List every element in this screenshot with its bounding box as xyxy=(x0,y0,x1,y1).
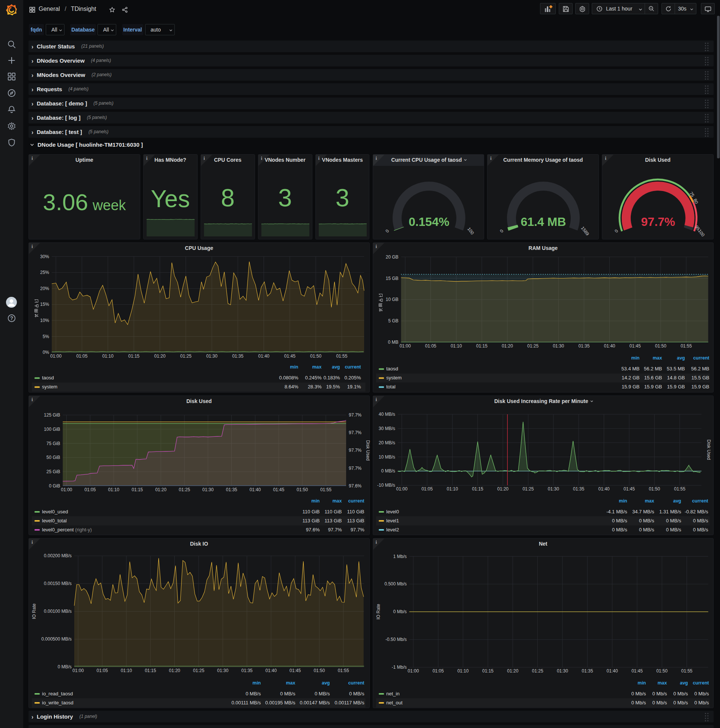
svg-text:min: min xyxy=(311,499,319,503)
svg-text:max: max xyxy=(657,681,667,685)
svg-text:97.7%: 97.7% xyxy=(641,215,675,228)
svg-text:01:05: 01:05 xyxy=(421,486,432,492)
svg-text:01:50: 01:50 xyxy=(656,668,668,674)
svg-text:97.6%: 97.6% xyxy=(349,483,362,488)
svg-text:current: current xyxy=(348,499,365,503)
svg-text:01:45: 01:45 xyxy=(631,668,642,674)
svg-text:56.2 MB: 56.2 MB xyxy=(691,366,709,372)
svg-text:current: current xyxy=(345,365,361,370)
svg-text:100: 100 xyxy=(466,227,475,236)
svg-text:01:40: 01:40 xyxy=(606,668,618,674)
svg-text:01:00: 01:00 xyxy=(61,487,72,492)
svg-text:0 MB/s: 0 MB/s xyxy=(639,518,654,523)
svg-text:20%: 20% xyxy=(40,286,49,291)
svg-text:01:20: 01:20 xyxy=(501,343,513,349)
svg-text:0 MB/s: 0 MB/s xyxy=(381,468,395,474)
svg-text:level0_percent (right-y): level0_percent (right-y) xyxy=(42,527,92,532)
svg-text:01:25: 01:25 xyxy=(179,487,190,492)
svg-text:01:10: 01:10 xyxy=(121,668,132,673)
svg-text:01:30: 01:30 xyxy=(548,486,559,492)
svg-text:0.0808%: 0.0808% xyxy=(279,375,299,381)
svg-text:113 GiB: 113 GiB xyxy=(302,518,319,523)
svg-text:-10 MB/s: -10 MB/s xyxy=(377,483,395,488)
svg-text:0 Mb/s: 0 Mb/s xyxy=(652,691,667,696)
svg-text:level1: level1 xyxy=(386,518,399,523)
svg-text:15.6 GB: 15.6 GB xyxy=(644,375,662,381)
svg-text:min: min xyxy=(619,499,627,503)
svg-text:0 Mb/s: 0 Mb/s xyxy=(694,700,709,705)
svg-text:max: max xyxy=(645,499,654,503)
svg-text:01:25: 01:25 xyxy=(193,668,204,673)
svg-text:0 Mb/s: 0 Mb/s xyxy=(631,691,646,696)
svg-text:taosd: taosd xyxy=(42,375,54,381)
svg-text:15.5 GB: 15.5 GB xyxy=(691,375,709,381)
svg-text:min: min xyxy=(638,681,646,685)
svg-text:125 GiB: 125 GiB xyxy=(44,412,60,418)
svg-text:1 Mb/s: 1 Mb/s xyxy=(393,554,406,559)
svg-text:01:40: 01:40 xyxy=(258,353,269,359)
svg-text:01:10: 01:10 xyxy=(457,668,468,674)
svg-text:19.5%: 19.5% xyxy=(326,384,340,390)
svg-text:10 GB: 10 GB xyxy=(386,297,398,303)
svg-text:110 GiB: 110 GiB xyxy=(324,509,342,514)
svg-text:75 GiB: 75 GiB xyxy=(46,440,60,446)
svg-text:0.00111 MB/s: 0.00111 MB/s xyxy=(231,700,261,705)
svg-text:level0_total: level0_total xyxy=(42,518,67,523)
svg-text:30 MB/s: 30 MB/s xyxy=(378,426,395,431)
svg-text:0 MB/s: 0 MB/s xyxy=(693,527,708,532)
svg-text:net_out: net_out xyxy=(386,700,403,705)
svg-text:-0.82 MB/s: -0.82 MB/s xyxy=(684,509,708,514)
svg-text:01:20: 01:20 xyxy=(507,668,518,674)
svg-text:01:00: 01:00 xyxy=(396,486,407,492)
svg-text:25%: 25% xyxy=(40,270,49,275)
svg-text:0 MB/s: 0 MB/s xyxy=(315,691,330,696)
svg-text:01:45: 01:45 xyxy=(623,486,635,492)
svg-text:50 GiB: 50 GiB xyxy=(46,455,60,460)
svg-text:01:25: 01:25 xyxy=(527,343,538,349)
svg-text:01:00: 01:00 xyxy=(50,353,61,359)
svg-text:95100: 95100 xyxy=(694,225,706,237)
svg-text:19.1%: 19.1% xyxy=(347,384,361,390)
svg-text:0.500 Mb/s: 0.500 Mb/s xyxy=(384,581,406,587)
svg-text:0%: 0% xyxy=(43,350,49,355)
svg-text:Disk Used: Disk Used xyxy=(365,440,370,461)
svg-text:-4.1 MB/s: -4.1 MB/s xyxy=(606,509,627,514)
svg-text:max: max xyxy=(653,356,662,361)
svg-text:0 MB/s: 0 MB/s xyxy=(666,518,681,523)
svg-text:5 GB: 5 GB xyxy=(388,318,398,324)
svg-text:level0_used: level0_used xyxy=(42,509,68,514)
svg-text:110 GiB: 110 GiB xyxy=(302,509,319,514)
svg-text:0 Mb/s: 0 Mb/s xyxy=(673,691,688,696)
svg-text:max: max xyxy=(332,499,342,503)
svg-text:10%: 10% xyxy=(40,318,49,323)
svg-text:0 MB/s: 0 MB/s xyxy=(612,527,627,532)
svg-text:01:05: 01:05 xyxy=(425,343,436,349)
svg-text:01:05: 01:05 xyxy=(76,353,87,359)
svg-text:0 MB/s: 0 MB/s xyxy=(666,527,681,532)
svg-text:taosd: taosd xyxy=(386,366,398,372)
svg-text:system: system xyxy=(386,375,402,381)
svg-text:01:55: 01:55 xyxy=(336,353,347,359)
svg-text:-0.50 Mb/s: -0.50 Mb/s xyxy=(385,637,406,642)
svg-text:15 GB: 15 GB xyxy=(386,276,398,281)
svg-text:01:05: 01:05 xyxy=(84,487,96,492)
svg-text:0 MB/s: 0 MB/s xyxy=(693,518,708,523)
svg-text:01:35: 01:35 xyxy=(226,487,237,492)
svg-text:01:15: 01:15 xyxy=(472,486,483,492)
svg-text:14.8 GB: 14.8 GB xyxy=(667,375,685,381)
svg-text:01:00: 01:00 xyxy=(400,343,410,349)
svg-text:avg: avg xyxy=(322,681,330,685)
svg-text:Disk Used: Disk Used xyxy=(706,439,711,460)
svg-text:01:20: 01:20 xyxy=(497,486,508,492)
svg-text:io_read_taosd: io_read_taosd xyxy=(42,691,73,696)
svg-text:01:30: 01:30 xyxy=(217,668,228,673)
svg-text:53.4 MB: 53.4 MB xyxy=(621,366,639,372)
svg-text:01:35: 01:35 xyxy=(578,343,589,349)
svg-text:10 MB/s: 10 MB/s xyxy=(378,454,395,459)
svg-text:01:15: 01:15 xyxy=(476,343,487,349)
svg-text:01:55: 01:55 xyxy=(674,486,685,492)
svg-text:100 GiB: 100 GiB xyxy=(44,426,60,431)
svg-text:113 GiB: 113 GiB xyxy=(347,518,364,523)
svg-text:01:15: 01:15 xyxy=(145,668,156,673)
svg-text:0 GiB: 0 GiB xyxy=(49,483,60,488)
